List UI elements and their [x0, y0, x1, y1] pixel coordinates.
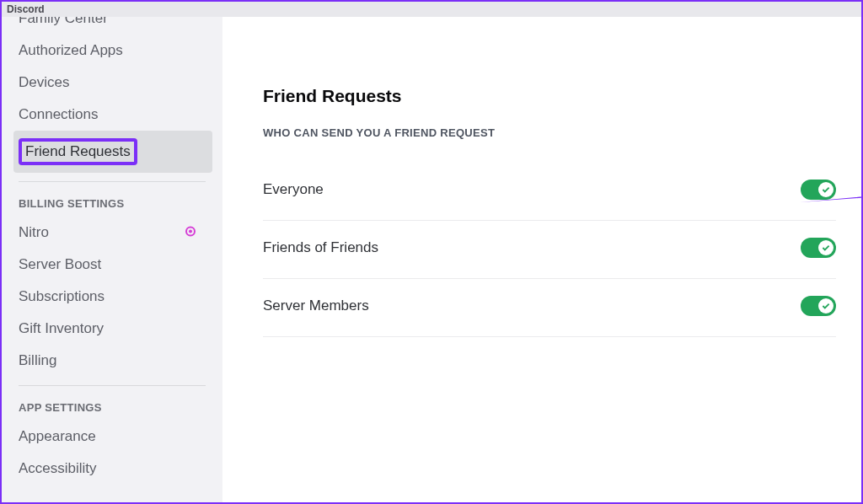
sidebar-item-label: Family Center: [19, 17, 108, 26]
sidebar-item-label: Accessibility: [19, 460, 97, 476]
sidebar-item-label: Billing: [19, 352, 56, 368]
sidebar-item-label: Authorized Apps: [19, 42, 123, 58]
main-content: Friend Requests WHO CAN SEND YOU A FRIEN…: [222, 17, 861, 502]
sidebar-item-label: Nitro: [19, 224, 49, 240]
sidebar-item-label: Devices: [19, 74, 69, 90]
sidebar-item-devices[interactable]: Devices: [2, 67, 222, 99]
sidebar-item-label: Connections: [19, 106, 99, 122]
sidebar-item-label: Friend Requests: [25, 143, 131, 159]
toggle-knob: [818, 298, 834, 314]
sidebar-item-friend-requests[interactable]: Friend Requests: [13, 131, 212, 173]
sidebar-item-billing[interactable]: Billing: [2, 345, 222, 377]
nitro-badge-icon: [184, 225, 197, 241]
sidebar-item-connections[interactable]: Connections: [2, 99, 222, 131]
page-title: Friend Requests: [263, 86, 836, 106]
app-titlebar: Discord: [2, 2, 861, 17]
sidebar-item-family-center[interactable]: Family Center: [2, 17, 222, 35]
sidebar-header-app: APP SETTINGS: [2, 394, 222, 421]
setting-label: Friends of Friends: [263, 239, 378, 256]
setting-row-server-members: Server Members: [263, 279, 836, 337]
setting-row-friends-of-friends: Friends of Friends: [263, 221, 836, 279]
sidebar-item-label: Subscriptions: [19, 288, 105, 304]
sidebar-item-server-boost[interactable]: Server Boost: [2, 249, 222, 281]
sidebar-divider: [19, 385, 206, 386]
sidebar-item-gift-inventory[interactable]: Gift Inventory: [2, 313, 222, 345]
settings-sidebar: Family Center Authorized Apps Devices Co…: [2, 17, 222, 502]
setting-label: Server Members: [263, 298, 369, 314]
sidebar-item-authorized-apps[interactable]: Authorized Apps: [2, 35, 222, 67]
highlight-annotation: Friend Requests: [19, 138, 137, 165]
toggle-friends-of-friends[interactable]: [801, 238, 836, 258]
sidebar-item-nitro[interactable]: Nitro: [2, 217, 222, 249]
svg-point-1: [189, 230, 192, 233]
toggle-everyone[interactable]: [801, 180, 836, 200]
sidebar-item-label: Appearance: [19, 428, 96, 444]
check-icon: [821, 301, 831, 311]
section-label: WHO CAN SEND YOU A FRIEND REQUEST: [263, 126, 836, 139]
sidebar-header-billing: BILLING SETTINGS: [2, 190, 222, 217]
sidebar-item-accessibility[interactable]: Accessibility: [2, 453, 222, 485]
toggle-knob: [818, 182, 834, 197]
sidebar-item-subscriptions[interactable]: Subscriptions: [2, 281, 222, 313]
setting-label: Everyone: [263, 181, 324, 198]
toggle-server-members[interactable]: [801, 296, 836, 316]
setting-row-everyone: Everyone: [263, 163, 836, 221]
sidebar-item-label: Gift Inventory: [19, 320, 104, 336]
sidebar-item-label: Server Boost: [19, 256, 101, 272]
toggle-knob: [818, 240, 834, 255]
check-icon: [821, 185, 831, 195]
sidebar-item-appearance[interactable]: Appearance: [2, 421, 222, 453]
check-icon: [821, 243, 831, 253]
sidebar-divider: [19, 181, 206, 182]
app-name: Discord: [7, 3, 45, 15]
